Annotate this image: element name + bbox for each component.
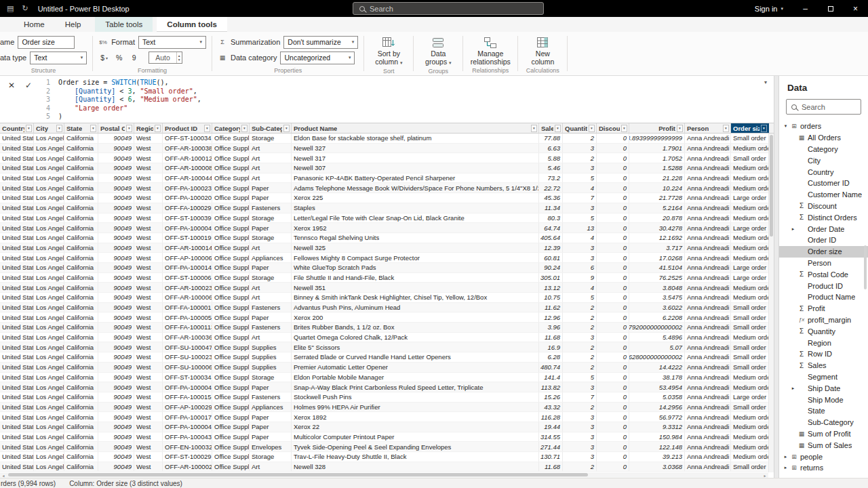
cell-country[interactable]: United States — [0, 273, 34, 283]
filter-dropdown-icon[interactable]: ▾ — [26, 125, 32, 132]
filter-dropdown-icon[interactable]: ▾ — [761, 125, 767, 132]
cell-discount[interactable]: 0 — [597, 382, 629, 392]
cell-profit[interactable]: 41.5104 — [629, 263, 685, 272]
cell-state[interactable]: California — [64, 223, 98, 232]
code-line-text[interactable]: "Large order" — [58, 104, 127, 113]
cell-state[interactable]: California — [64, 283, 98, 292]
cell-postal-code[interactable]: 90049 — [98, 392, 134, 402]
cell-city[interactable]: Los Angeles — [34, 442, 64, 451]
cell-product-name[interactable]: Holmes 99% HEPA Air Purifier — [292, 403, 539, 412]
cell-country[interactable]: United States — [0, 174, 34, 183]
cell-person[interactable]: Anna Andreadi — [685, 373, 731, 382]
cell-profit[interactable]: 21.228 — [629, 174, 685, 183]
fields-scrollbar[interactable] — [864, 157, 867, 470]
cell-order-size[interactable]: Medium order — [731, 283, 769, 292]
cell-order-size[interactable]: Medium order — [731, 382, 769, 392]
cell-order-size[interactable]: Small order — [731, 153, 769, 163]
cell-sales[interactable]: 6.63 — [539, 144, 563, 153]
table-row[interactable]: United StatesLos AngelesCalifornia90049W… — [0, 134, 774, 144]
cell-city[interactable]: Los Angeles — [34, 373, 64, 382]
cell-person[interactable]: Anna Andreadi — [685, 462, 731, 472]
field-item-state[interactable]: State — [779, 405, 868, 417]
cell-sub-category[interactable]: Storage — [250, 373, 292, 382]
cell-category[interactable]: Office Supplies — [212, 333, 250, 342]
cell-discount[interactable]: 0 — [597, 392, 629, 402]
cell-sales[interactable]: 314.55 — [539, 432, 563, 442]
thousands-separator-button[interactable]: 9 — [128, 52, 140, 64]
cell-postal-code[interactable]: 90049 — [98, 333, 134, 342]
table-row[interactable]: United StatesLos AngelesCalifornia90049W… — [0, 422, 774, 432]
cell-product-name[interactable]: Elite 5" Scissors — [292, 342, 539, 352]
cell-sales[interactable]: 12.39 — [539, 243, 563, 253]
filter-dropdown-icon[interactable]: ▾ — [90, 125, 96, 132]
cell-postal-code[interactable]: 90049 — [98, 183, 134, 192]
cell-product-name[interactable]: White GlueTop Scratch Pads — [292, 263, 539, 272]
cell-sub-category[interactable]: Envelopes — [250, 442, 292, 451]
cell-city[interactable]: Los Angeles — [34, 174, 64, 183]
cell-region[interactable]: West — [134, 352, 163, 362]
cell-quantity[interactable]: 4 — [563, 233, 597, 243]
cell-person[interactable]: Anna Andreadi — [685, 312, 731, 322]
cell-order-size[interactable]: Medium order — [731, 183, 769, 192]
field-item-row-id[interactable]: ΣRow ID — [779, 348, 868, 360]
cell-order-size[interactable]: Medium order — [731, 214, 769, 223]
table-row[interactable]: United StatesLos AngelesCalifornia90049W… — [0, 303, 774, 313]
cell-person[interactable]: Anna Andreadi — [685, 163, 731, 173]
cell-profit[interactable]: 3.89399999999999 — [629, 134, 685, 143]
cell-city[interactable]: Los Angeles — [34, 203, 64, 213]
cell-person[interactable]: Anna Andreadi — [685, 333, 731, 342]
field-item-discount[interactable]: ΣDiscount — [779, 201, 868, 212]
cell-quantity[interactable]: 2 — [563, 462, 597, 472]
cell-postal-code[interactable]: 90049 — [98, 363, 134, 372]
field-item-sub-category[interactable]: Sub-Category — [779, 417, 868, 428]
filter-dropdown-icon[interactable]: ▾ — [204, 125, 210, 132]
cell-order-size[interactable]: Small order — [731, 363, 769, 372]
cell-category[interactable]: Office Supplies — [212, 403, 250, 412]
column-name-input[interactable]: Order size — [18, 36, 75, 49]
cell-state[interactable]: California — [64, 263, 98, 272]
vertical-scrollbar-thumb[interactable] — [770, 135, 773, 237]
cell-country[interactable]: United States — [0, 293, 34, 302]
cell-postal-code[interactable]: 90049 — [98, 233, 134, 243]
cell-person[interactable]: Anna Andreadi — [685, 174, 731, 183]
table-row[interactable]: United StatesLos AngelesCalifornia90049W… — [0, 253, 774, 263]
cell-order-size[interactable]: Large order — [731, 223, 769, 232]
refresh-icon[interactable]: ↻ — [22, 4, 28, 13]
cell-sales[interactable]: 64.74 — [539, 223, 563, 232]
cell-sub-category[interactable]: Supplies — [250, 363, 292, 372]
cell-city[interactable]: Los Angeles — [34, 263, 64, 272]
field-item-region[interactable]: Region — [779, 337, 868, 348]
cell-quantity[interactable]: 5 — [563, 373, 597, 382]
cell-product-id[interactable]: OFF-PA-10000477 — [163, 422, 212, 432]
cell-postal-code[interactable]: 90049 — [98, 342, 134, 352]
cell-sales[interactable]: 5.88 — [539, 153, 563, 163]
cell-sub-category[interactable]: Art — [250, 144, 292, 153]
cell-product-id[interactable]: OFF-SU-10002301 — [163, 352, 212, 362]
field-item-orders[interactable]: ▾⊞orders — [779, 121, 868, 132]
cell-country[interactable]: United States — [0, 352, 34, 362]
cell-discount[interactable]: 0 — [597, 342, 629, 352]
new-column-button[interactable]: Newcolumn — [524, 35, 561, 66]
table-row[interactable]: United StatesLos AngelesCalifornia90049W… — [0, 223, 774, 233]
cell-product-name[interactable]: Newell 327 — [292, 144, 539, 153]
field-item-profit-margin[interactable]: ƒxprofit_margin — [779, 314, 868, 326]
column-header-product-id[interactable]: Product ID▾ — [163, 123, 212, 133]
cell-sub-category[interactable]: Art — [250, 163, 292, 173]
cell-country[interactable]: United States — [0, 144, 34, 153]
cell-person[interactable]: Anna Andreadi — [685, 134, 731, 143]
cell-region[interactable]: West — [134, 382, 163, 392]
minimize-button[interactable]: – — [793, 0, 818, 17]
cell-city[interactable]: Los Angeles — [34, 214, 64, 223]
cell-profit[interactable]: 5.2164 — [629, 203, 685, 213]
cell-country[interactable]: United States — [0, 333, 34, 342]
cell-sales[interactable]: 12.96 — [539, 312, 563, 322]
table-row[interactable]: United StatesLos AngelesCalifornia90049W… — [0, 214, 774, 224]
table-row[interactable]: United StatesLos AngelesCalifornia90049W… — [0, 452, 774, 462]
filter-dropdown-icon[interactable]: ▾ — [283, 125, 290, 132]
cell-postal-code[interactable]: 90049 — [98, 174, 134, 183]
cell-sales[interactable]: 141.4 — [539, 373, 563, 382]
cell-quantity[interactable]: 3 — [563, 382, 597, 392]
horizontal-scrollbar[interactable]: ◂ ▸ — [0, 472, 768, 478]
cell-postal-code[interactable]: 90049 — [98, 422, 134, 432]
cell-quantity[interactable]: 3 — [563, 203, 597, 213]
